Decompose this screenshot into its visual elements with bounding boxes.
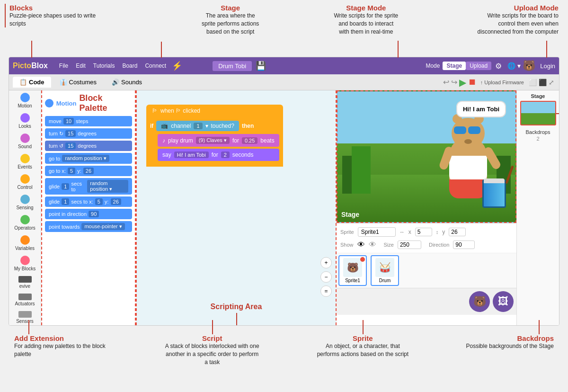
zoom-out-button[interactable]: − xyxy=(320,271,332,283)
block-goto-random[interactable]: go to random position ▾ xyxy=(45,153,132,164)
motion-section-label: Motion xyxy=(56,100,77,107)
block-glide-random[interactable]: glide 1 secs to random position ▾ xyxy=(45,178,132,195)
edit-menu[interactable]: Edit xyxy=(76,62,86,69)
upload-mode-btn[interactable]: Upload xyxy=(466,62,491,70)
category-variables[interactable]: Variables xyxy=(9,233,41,253)
sprite-up-arrow xyxy=(363,320,364,334)
stage-canvas: Hi! I am Tobi Stage xyxy=(337,90,516,223)
category-sensors[interactable]: Sensors xyxy=(9,309,41,325)
undo-button[interactable]: ↩ xyxy=(443,78,449,87)
costumes-icon: 👔 xyxy=(60,79,67,86)
play-drum-block[interactable]: ♪ play drum (9) Claves ▾ for 0.25 beats xyxy=(158,134,279,147)
view-icon-1[interactable]: ⬜ xyxy=(529,79,537,86)
sprite-name-input[interactable] xyxy=(358,227,396,237)
sprite1-name: Sprite1 xyxy=(341,278,364,283)
say-block[interactable]: say Hi! I am Tobi for 2 seconds xyxy=(158,149,279,161)
add-sprite-button[interactable]: 🐻 xyxy=(469,291,490,312)
backdrops-annotation: Backdrops Possible backgrounds of the St… xyxy=(466,334,554,350)
zoom-reset-button[interactable]: = xyxy=(320,285,332,297)
flag-icon: 🏳 xyxy=(152,107,158,114)
block-turn-left[interactable]: turn ↺ 15 degrees xyxy=(45,141,132,151)
category-operators[interactable]: Operators xyxy=(9,213,41,233)
category-sensing[interactable]: Sensing xyxy=(9,192,41,213)
save-icon[interactable]: 💾 xyxy=(256,61,266,71)
project-name[interactable]: Drum Tobi xyxy=(213,61,252,71)
show-eye-open[interactable]: 👁 xyxy=(357,241,365,249)
board-menu[interactable]: Board xyxy=(122,62,137,69)
backdrops-count: 2 xyxy=(536,136,539,142)
block-goto-xy[interactable]: go to x: 5 y: 26 xyxy=(45,166,132,176)
category-events[interactable]: Events xyxy=(9,151,41,172)
motion-dot xyxy=(45,99,53,107)
blocks-annotation: Blocks Puzzle-piece shapes used to write… xyxy=(9,4,114,36)
upload-firmware-btn[interactable]: ↑ Upload Firmware xyxy=(480,80,524,85)
sprite-title: Sprite xyxy=(315,334,410,342)
drum-prop xyxy=(482,179,506,208)
scripting-area-label: Scripting Area xyxy=(211,303,262,311)
stage-mini-arrow xyxy=(556,113,559,114)
category-myblocks[interactable]: My Blocks xyxy=(9,253,41,274)
upload-mode-title: Upload Mode xyxy=(464,4,559,12)
fullscreen-icon[interactable]: ⤢ xyxy=(549,79,554,86)
when-clicked-block[interactable]: 🏳 when 🏳 clicked xyxy=(146,105,283,117)
script-stack: 🏳 when 🏳 clicked if 📺 channel 1 ▾ touche… xyxy=(146,105,283,167)
view-icon-2[interactable]: ⬛ xyxy=(539,79,547,86)
stage-mode-arrow xyxy=(398,41,399,58)
language-icon[interactable]: 🌐 xyxy=(507,62,515,70)
bottom-annotations: Add Extension For adding new palettes to… xyxy=(0,330,568,392)
menubar: PictoBlox File Edit Tutorials Board Conn… xyxy=(9,57,559,74)
category-actuators[interactable]: Actuators xyxy=(9,291,41,309)
add-extension-annotation: Add Extension For adding new palettes to… xyxy=(14,334,109,358)
block-turn-right[interactable]: turn ↻ 15 degrees xyxy=(45,128,132,139)
sprite-label: Sprite xyxy=(340,229,354,235)
size-input[interactable] xyxy=(398,241,421,249)
tab-code[interactable]: 📋 Code xyxy=(13,77,51,88)
upload-mode-arrow xyxy=(546,41,547,58)
stage-annotation: Stage The area where the sprite performs… xyxy=(193,4,268,36)
stage-arrow xyxy=(161,42,162,58)
add-backdrop-button[interactable]: 🖼 xyxy=(493,291,514,312)
category-evive[interactable]: evive xyxy=(9,274,41,291)
tab-sounds[interactable]: 🔊 Sounds xyxy=(105,77,149,88)
connect-icon: ⚡ xyxy=(172,61,182,71)
block-move-steps[interactable]: move 10 steps xyxy=(45,116,132,126)
if-block[interactable]: if 📺 channel 1 ▾ touched? then xyxy=(146,117,283,167)
redo-button[interactable]: ↪ xyxy=(451,78,457,87)
block-glide-xy[interactable]: glide 1 secs to x: 5 y: 26 xyxy=(45,196,132,207)
category-control[interactable]: Control xyxy=(9,172,41,192)
script-title: Script xyxy=(165,334,259,342)
stop-button[interactable]: ⏹ xyxy=(468,77,477,87)
y-input[interactable] xyxy=(449,228,466,236)
connect-menu[interactable]: Connect xyxy=(145,62,166,69)
music-note-icon: ♪ xyxy=(162,137,165,144)
direction-input[interactable] xyxy=(453,241,475,249)
category-looks[interactable]: Looks xyxy=(9,111,41,131)
sprite1-remove-icon[interactable] xyxy=(360,257,365,262)
category-motion[interactable]: Motion xyxy=(9,90,41,111)
category-sound[interactable]: Sound xyxy=(9,131,41,151)
sprite-thumb-sprite1[interactable]: 🐻 Sprite1 xyxy=(338,255,367,286)
scripting-down-arrow xyxy=(236,313,237,325)
settings-icon[interactable]: ⚙ xyxy=(495,62,502,71)
sprite-thumb-drum[interactable]: 🥁 Drum xyxy=(371,255,399,286)
x-label: x xyxy=(408,229,411,235)
stage-mini-thumb[interactable] xyxy=(520,101,556,125)
channel-icon: 📺 xyxy=(161,123,168,129)
stage-mode-btn[interactable]: Stage xyxy=(443,62,466,70)
x-input[interactable] xyxy=(415,228,432,236)
file-menu[interactable]: File xyxy=(59,62,68,69)
sprite-name-row: Sprite ↔ x ↕ y xyxy=(340,227,513,237)
block-point-direction[interactable]: point in direction 90 xyxy=(45,209,132,219)
tab-bar: 📋 Code 👔 Costumes 🔊 Sounds ↩ ↪ ▶ ⏹ ↑ Upl… xyxy=(9,74,559,90)
add-extension-desc: For adding new palettes to the block pal… xyxy=(14,342,109,358)
run-button[interactable]: ▶ xyxy=(459,77,466,88)
tab-costumes[interactable]: 👔 Costumes xyxy=(53,77,104,88)
tutorials-menu[interactable]: Tutorials xyxy=(93,62,115,69)
tree-center-left xyxy=(352,146,371,194)
app-container: PictoBlox File Edit Tutorials Board Conn… xyxy=(9,57,559,326)
login-button[interactable]: Login xyxy=(540,62,555,70)
show-eye-closed[interactable]: 👁 xyxy=(369,241,376,249)
block-point-towards[interactable]: point towards mouse-pointer ▾ xyxy=(45,221,132,232)
zoom-in-button[interactable]: + xyxy=(320,257,332,268)
sprite-info-panel: Sprite ↔ x ↕ y Show 👁 👁 Size Direction xyxy=(337,223,516,253)
